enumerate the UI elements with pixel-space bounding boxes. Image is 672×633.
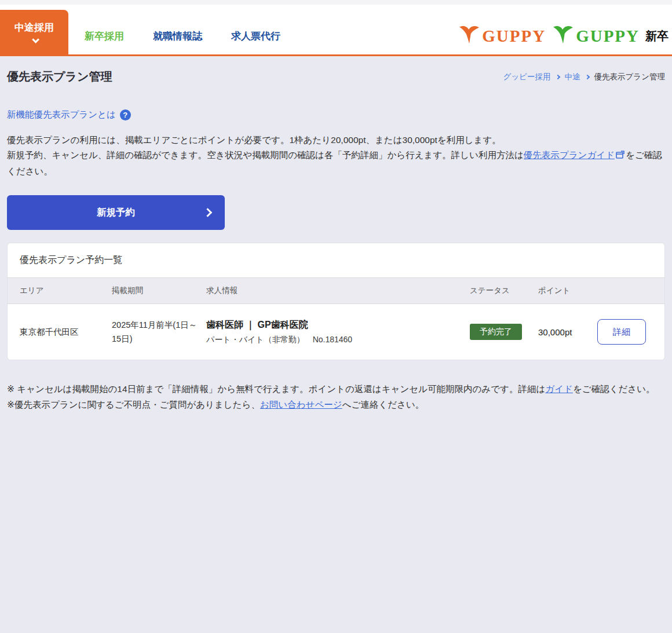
guppy-logo-shinsotsu[interactable]: GUPPY 新卒 (553, 25, 669, 47)
tab-shinsotsu-saiyo[interactable]: 新卒採用 (85, 30, 124, 43)
guide-link[interactable]: ガイド (545, 384, 573, 394)
tab-shushoku-johoshi[interactable]: 就職情報誌 (153, 30, 202, 43)
note-marker: ※ (7, 400, 14, 409)
note-contact: ※優先表示プランに関するご不明点・ご質問がありましたら、お問い合わせページへご連… (7, 397, 665, 412)
chevron-down-icon (32, 36, 39, 43)
tab-chuto-saiyo[interactable]: 中途採用 (0, 10, 68, 54)
detail-button[interactable]: 詳細 (597, 319, 646, 345)
note1-text: キャンセルは掲載開始の14日前まで「詳細情報」から無料で行えます。ポイントの返還… (17, 384, 545, 394)
status-badge: 予約完了 (470, 324, 522, 340)
guppy-logo-text: GUPPY (482, 27, 546, 46)
cell-period: 2025年11月前半(1日～15日) (112, 318, 206, 346)
page-title: 優先表示プラン管理 (7, 69, 112, 85)
tab-chuto-label: 中途採用 (14, 21, 54, 34)
cell-status: 予約完了 (470, 324, 538, 340)
guppy-fish-icon (553, 25, 574, 47)
contact-page-link[interactable]: お問い合わせページ (260, 400, 342, 409)
intro-line1: 優先表示プランの利用には、掲載エリアごとにポイントが必要です。1枠あたり20,0… (7, 135, 501, 145)
column-header-status: ステータス (470, 286, 538, 296)
note2-tail: へご連絡ください。 (342, 400, 425, 409)
note1-tail: をご確認ください。 (573, 384, 655, 394)
footer-notes: ※ キャンセルは掲載開始の14日前まで「詳細情報」から無料で行えます。ポイントの… (7, 381, 665, 412)
guppy-logo-chuto[interactable]: GUPPY (459, 25, 546, 47)
cell-job: 歯科医師 ｜ GP歯科医院 パート・バイト（非常勤） No.181460 (206, 319, 470, 345)
cell-action: 詳細 (597, 319, 664, 345)
note2-text: 優先表示プランに関するご不明点・ご質問がありましたら、 (14, 400, 260, 409)
column-header-job: 求人情報 (206, 286, 470, 296)
logo-shinsotsu-suffix: 新卒 (645, 28, 669, 44)
table-header-row: エリア 掲載期間 求人情報 ステータス ポイント (8, 277, 664, 304)
new-reservation-label: 新規予約 (97, 206, 135, 219)
new-reservation-button[interactable]: 新規予約 (7, 195, 225, 230)
chevron-right-icon (555, 74, 560, 79)
cell-area: 東京都千代田区 (8, 325, 112, 339)
intro-line2-before: 新規予約、キャンセル、詳細の確認ができます。空き状況や掲載期間の確認は各「予約詳… (7, 150, 524, 160)
intro-heading-text: 新機能優先表示プランとは (7, 109, 116, 121)
cell-points: 30,000pt (538, 327, 597, 337)
top-strip (0, 0, 672, 5)
note-cancel: ※ キャンセルは掲載開始の14日前まで「詳細情報」から無料で行えます。ポイントの… (7, 381, 665, 397)
breadcrumb: グッピー採用 中途 優先表示プラン管理 (503, 72, 665, 82)
intro-section: 新機能優先表示プランとは ? 優先表示プランの利用には、掲載エリアごとにポイント… (7, 109, 665, 179)
plan-reservation-card: 優先表示プラン予約一覧 エリア 掲載期間 求人情報 ステータス ポイント 東京都… (7, 243, 665, 360)
intro-text: 優先表示プランの利用には、掲載エリアごとにポイントが必要です。1枠あたり20,0… (7, 133, 665, 179)
plan-guide-link[interactable]: 優先表示プランガイド (524, 150, 615, 160)
breadcrumb-home-link[interactable]: グッピー採用 (503, 72, 551, 82)
tab-kyujinhyo-daiko[interactable]: 求人票代行 (231, 30, 280, 43)
intro-heading: 新機能優先表示プランとは ? (7, 109, 665, 121)
breadcrumb-mid-link[interactable]: 中途 (565, 72, 580, 82)
plan-list-title: 優先表示プラン予約一覧 (8, 243, 664, 277)
chevron-right-icon (203, 208, 213, 217)
global-header: 中途採用 新卒採用 就職情報誌 求人票代行 GUPPY GUPPY 新卒 (0, 5, 672, 56)
external-link-icon (616, 149, 624, 164)
job-title: 歯科医師 ｜ GP歯科医院 (206, 319, 463, 331)
column-header-points: ポイント (538, 286, 597, 296)
table-row: 東京都千代田区 2025年11月前半(1日～15日) 歯科医師 ｜ GP歯科医院… (8, 304, 664, 360)
note-marker: ※ (7, 384, 17, 394)
titlebar: 優先表示プラン管理 グッピー採用 中途 優先表示プラン管理 (0, 56, 672, 96)
logo-area: GUPPY GUPPY 新卒 (459, 25, 672, 47)
chevron-right-icon (585, 74, 589, 79)
guppy-fish-icon (459, 25, 480, 47)
job-subtitle: パート・バイト（非常勤） No.181460 (206, 335, 463, 345)
breadcrumb-current: 優先表示プラン管理 (594, 72, 665, 82)
guppy-logo-text: GUPPY (576, 27, 640, 46)
help-icon[interactable]: ? (120, 109, 131, 120)
column-header-area: エリア (8, 286, 112, 296)
column-header-period: 掲載期間 (112, 286, 206, 296)
